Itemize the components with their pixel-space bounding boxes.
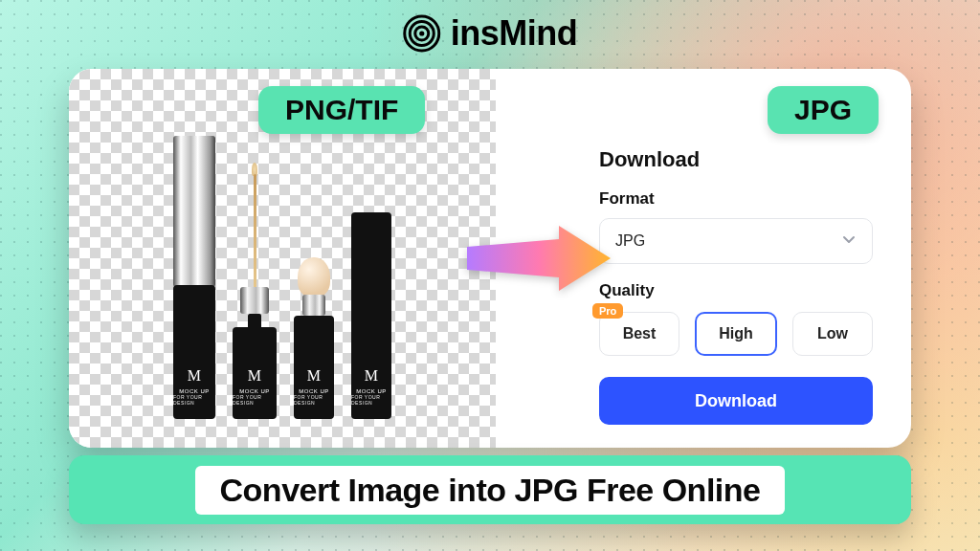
promo-canvas: insMind M MOCK UP FOR YOUR DESIGN	[0, 0, 980, 551]
brand-lockup: insMind	[403, 13, 577, 54]
download-panel: Download Format JPG Quality Pro Best Hig…	[496, 69, 911, 448]
quality-options: Pro Best High Low	[599, 312, 873, 356]
panel-title: Download	[599, 147, 873, 172]
chevron-down-icon	[841, 231, 857, 251]
quality-option-low[interactable]: Low	[792, 312, 873, 356]
product-concealer: M MOCK UP FOR YOUR DESIGN	[294, 257, 334, 419]
pro-badge: Pro	[592, 303, 623, 319]
product-brand-letter: M	[307, 367, 322, 385]
product-brand-letter: M	[365, 367, 379, 385]
format-value: JPG	[615, 232, 645, 250]
product-brand-line2: FOR YOUR DESIGN	[351, 394, 391, 406]
sponge-tip	[298, 257, 330, 298]
brand-name: insMind	[451, 13, 577, 54]
silver-cap	[173, 136, 215, 287]
quality-option-best[interactable]: Pro Best	[599, 312, 679, 356]
quality-label: Quality	[599, 281, 873, 300]
product-lipstick-closed: M MOCK UP FOR YOUR DESIGN	[351, 212, 391, 419]
product-eyeliner: M MOCK UP FOR YOUR DESIGN	[233, 163, 277, 419]
main-card: M MOCK UP FOR YOUR DESIGN M MOCK UP FOR …	[69, 69, 911, 448]
source-format-badge: PNG/TIF	[258, 86, 425, 134]
format-label: Format	[599, 189, 873, 209]
quality-option-label: Low	[817, 325, 848, 342]
product-brand-line2: FOR YOUR DESIGN	[233, 394, 277, 406]
svg-point-3	[419, 31, 424, 35]
product-brand-letter: M	[188, 367, 202, 385]
wand	[254, 174, 256, 289]
product-mascara: M MOCK UP FOR YOUR DESIGN	[173, 136, 215, 419]
quality-option-label: Best	[623, 325, 657, 342]
tagline-banner: Convert Image into JPG Free Online	[69, 455, 911, 524]
product-brand-line2: FOR YOUR DESIGN	[294, 394, 334, 406]
product-brand-letter: M	[248, 367, 262, 385]
quality-option-high[interactable]: High	[695, 312, 777, 356]
format-select[interactable]: JPG	[599, 218, 873, 264]
product-brand-line2: FOR YOUR DESIGN	[173, 394, 215, 406]
silver-collar	[240, 287, 269, 314]
product-mockups: M MOCK UP FOR YOUR DESIGN M MOCK UP FOR …	[69, 113, 496, 419]
tagline-text: Convert Image into JPG Free Online	[195, 466, 786, 515]
neck	[248, 314, 261, 327]
brand-logo-icon	[403, 14, 441, 53]
download-button[interactable]: Download	[599, 377, 873, 425]
quality-option-label: High	[719, 325, 753, 342]
silver-ferrule	[302, 295, 325, 316]
